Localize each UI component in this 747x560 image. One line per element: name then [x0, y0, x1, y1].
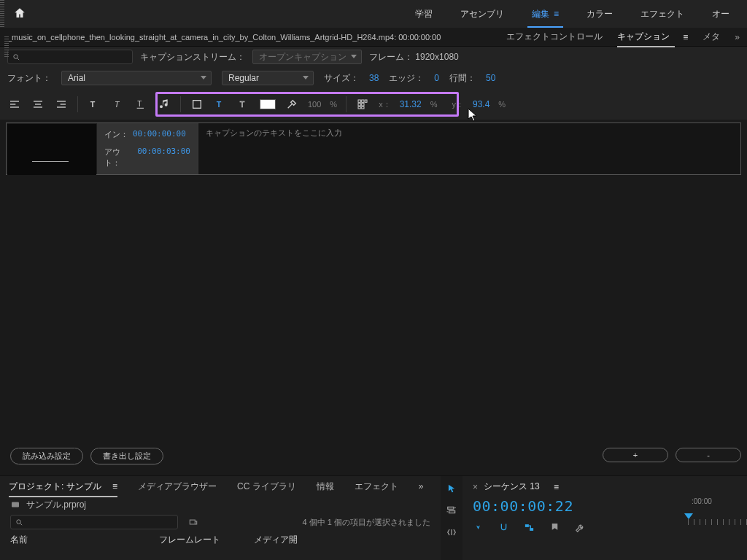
svg-rect-29 — [448, 507, 454, 509]
y-label: y： — [452, 99, 464, 110]
align-left-icon[interactable] — [7, 97, 22, 112]
snap-icon[interactable] — [498, 522, 509, 533]
nav-assembly[interactable]: アセンブリ — [460, 8, 504, 20]
svg-text:T: T — [137, 100, 142, 108]
settings-wrench-icon[interactable] — [575, 522, 586, 533]
add-caption-button[interactable]: + — [603, 448, 668, 462]
caption-search-input[interactable] — [20, 52, 128, 61]
tabs-overflow-icon[interactable]: » — [735, 32, 740, 42]
col-media-start[interactable]: メディア開 — [254, 534, 298, 546]
snap-insert-icon[interactable] — [473, 522, 484, 533]
opacity-value[interactable]: 100 — [308, 100, 321, 109]
svg-line-1 — [18, 58, 19, 59]
svg-point-0 — [14, 54, 18, 58]
tab-project[interactable]: プロジェクト: サンプル ≡ — [9, 481, 117, 493]
drag-handle[interactable] — [0, 0, 4, 28]
ripple-edit-icon[interactable] — [446, 527, 457, 537]
selection-tool-icon[interactable] — [446, 483, 457, 494]
sequence-bar: _music_on_cellphone_then_looking_straigh… — [0, 28, 747, 47]
tab-effect-controls[interactable]: エフェクトコントロール — [506, 31, 603, 43]
project-panel: プロジェクト: サンプル ≡ メディアブラウザー CC ライブラリ 情報 エフェ… — [0, 476, 441, 560]
project-search-input[interactable] — [23, 518, 173, 526]
bg-box-icon[interactable] — [190, 97, 204, 112]
home-icon[interactable] — [13, 7, 26, 22]
nav-learn[interactable]: 学習 — [415, 8, 433, 20]
svg-text:T: T — [217, 100, 222, 109]
italic-icon[interactable]: T — [110, 97, 125, 112]
leading-value[interactable]: 50 — [486, 73, 495, 83]
bin-icon[interactable] — [188, 517, 198, 527]
svg-rect-31 — [525, 524, 529, 527]
x-label: x： — [379, 99, 391, 110]
track-select-icon[interactable] — [446, 505, 457, 516]
position-grid-icon[interactable] — [355, 97, 370, 112]
bold-icon[interactable]: T — [87, 97, 101, 112]
nav-effects[interactable]: エフェクト — [640, 8, 684, 20]
tabs-overflow-icon[interactable]: » — [419, 481, 424, 491]
svg-text:T: T — [240, 100, 245, 109]
tab-meta[interactable]: メタ — [703, 31, 720, 43]
tab-caption[interactable]: キャプション ≡ — [617, 31, 689, 43]
font-family-select[interactable]: Arial — [61, 71, 212, 85]
caption-times: イン：00:00:00:00 アウト：00:00:03:00 — [97, 123, 198, 174]
linked-selection-icon[interactable] — [524, 522, 535, 533]
stream-label: キャプションストリーム： — [140, 51, 245, 63]
marker-icon[interactable] — [549, 522, 560, 533]
drag-handle[interactable] — [4, 36, 9, 57]
project-file-icon — [10, 500, 20, 509]
out-value[interactable]: 00:00:03:00 — [137, 147, 190, 168]
caption-toolbar: T T T T T 100 % x： 31.32 % y： 93.4 % — [0, 89, 747, 120]
text-stroke-icon[interactable]: T — [236, 97, 251, 112]
in-value[interactable]: 00:00:00:00 — [133, 129, 186, 140]
font-weight-select[interactable]: Regular — [222, 71, 314, 85]
tab-cc-library[interactable]: CC ライブラリ — [237, 481, 296, 493]
size-value[interactable]: 38 — [369, 73, 379, 83]
out-label: アウト： — [104, 147, 133, 168]
caption-search[interactable] — [7, 50, 133, 64]
sequence-tab[interactable]: シーケンス 13 — [484, 481, 540, 493]
caption-entry[interactable]: イン：00:00:00:00 アウト：00:00:03:00 キャプションのテキ… — [6, 122, 741, 175]
col-name[interactable]: 名前 — [10, 534, 28, 546]
eyedropper-icon[interactable] — [285, 97, 299, 112]
remove-caption-button[interactable]: - — [676, 448, 741, 462]
align-center-icon[interactable] — [31, 97, 45, 112]
svg-rect-20 — [365, 100, 367, 102]
music-icon[interactable] — [157, 97, 171, 112]
tab-effects[interactable]: エフェクト — [355, 481, 398, 493]
sequence-name: _music_on_cellphone_then_looking_straigh… — [7, 33, 441, 42]
col-framerate[interactable]: フレームレート — [159, 534, 220, 546]
nav-color[interactable]: カラー — [587, 8, 613, 20]
tab-info[interactable]: 情報 — [317, 481, 334, 493]
svg-rect-15 — [193, 101, 201, 109]
color-swatch[interactable] — [260, 99, 276, 109]
text-fill-icon[interactable]: T — [213, 97, 228, 112]
y-value[interactable]: 93.4 — [473, 99, 489, 109]
project-search[interactable] — [10, 515, 178, 529]
export-settings-button[interactable]: 書き出し設定 — [90, 448, 163, 464]
svg-text:T: T — [115, 100, 120, 109]
stream-select[interactable]: オープンキャプション — [252, 50, 362, 64]
app-topbar: 学習 アセンブリ 編集≡ カラー エフェクト オー — [0, 0, 747, 28]
svg-rect-21 — [358, 104, 360, 106]
font-label: フォント： — [7, 72, 51, 85]
svg-text:T: T — [90, 100, 96, 109]
edge-label: エッジ： — [389, 72, 424, 85]
svg-point-26 — [17, 519, 21, 524]
svg-rect-23 — [358, 106, 360, 109]
frame-label: フレーム： 1920x1080 — [369, 51, 459, 63]
caption-thumbnail — [7, 124, 96, 175]
svg-line-27 — [20, 523, 22, 524]
x-value[interactable]: 31.32 — [400, 99, 422, 109]
nav-edit[interactable]: 編集≡ — [532, 8, 559, 20]
import-settings-button[interactable]: 読み込み設定 — [10, 448, 83, 464]
caption-text-input[interactable]: キャプションのテキストをここに入力 — [198, 123, 740, 174]
svg-rect-22 — [362, 104, 364, 106]
align-right-icon[interactable] — [54, 97, 69, 112]
nav-audio[interactable]: オー — [712, 8, 729, 20]
underline-icon[interactable]: T — [133, 97, 148, 112]
edge-value[interactable]: 0 — [434, 73, 439, 83]
close-sequence-icon[interactable]: × — [473, 482, 478, 492]
timeline-toolstrip — [441, 476, 462, 560]
svg-rect-19 — [362, 100, 364, 102]
tab-media-browser[interactable]: メディアブラウザー — [138, 481, 217, 493]
